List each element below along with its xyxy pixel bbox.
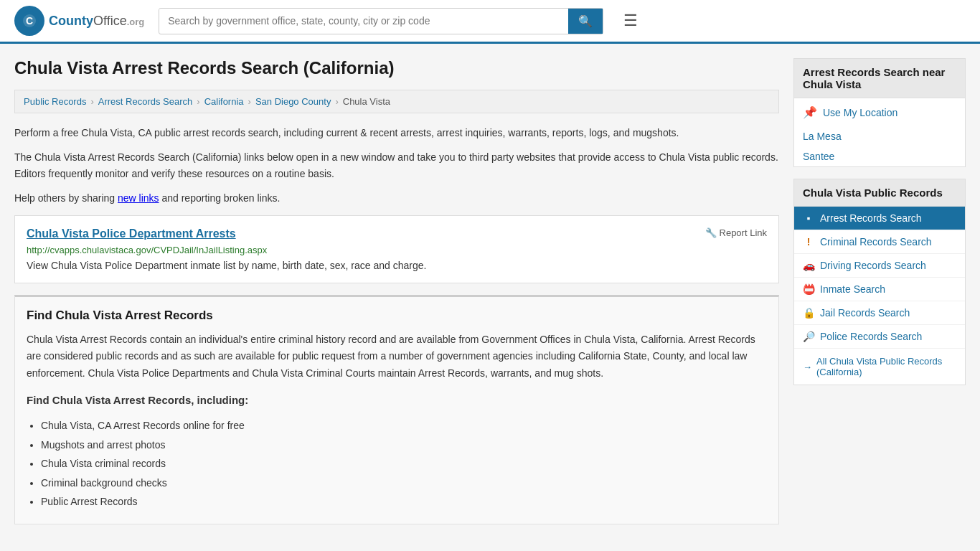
sidebar-icon-police: 🔎 <box>803 331 814 342</box>
page-title: Chula Vista Arrest Records Search (Calif… <box>14 58 779 78</box>
sidebar-all-records-link[interactable]: → All Chula Vista Public Records (Califo… <box>794 349 965 385</box>
sidebar-item-arrest-records[interactable]: ▪ Arrest Records Search <box>794 207 965 230</box>
site-logo[interactable]: C CountyOffice.org <box>14 6 144 36</box>
find-section-paragraph: Chula Vista Arrest Records contain an in… <box>27 331 767 382</box>
sidebar-item-inmate-search[interactable]: 📛 Inmate Search <box>794 278 965 301</box>
search-button[interactable]: 🔍 <box>568 9 603 34</box>
link-url[interactable]: http://cvapps.chulavistaca.gov/CVPDJail/… <box>27 245 767 255</box>
sidebar-link-arrest-records[interactable]: Arrest Records Search <box>820 212 922 224</box>
logo-icon: C <box>14 6 44 36</box>
find-section-title: Find Chula Vista Arrest Records <box>27 309 767 323</box>
wrench-icon: 🔧 <box>705 227 717 238</box>
search-bar: 🔍 <box>159 8 603 34</box>
breadcrumb-public-records[interactable]: Public Records <box>24 96 86 107</box>
sidebar-item-jail-records[interactable]: 🔒 Jail Records Search <box>794 301 965 325</box>
location-icon: 📌 <box>803 105 817 119</box>
list-item: Criminal background checks <box>41 475 767 491</box>
search-icon: 🔍 <box>578 15 593 27</box>
description-1: Perform a free Chula Vista, CA public ar… <box>14 125 779 141</box>
sidebar: Arrest Records Search near Chula Vista 📌… <box>793 58 966 536</box>
breadcrumb-arrest-records[interactable]: Arrest Records Search <box>98 96 193 107</box>
new-links-link[interactable]: new links <box>118 192 159 204</box>
breadcrumb-sep-1: › <box>90 96 93 107</box>
breadcrumb-current: Chula Vista <box>343 96 390 107</box>
use-location-item[interactable]: 📌 Use My Location <box>794 98 965 126</box>
breadcrumb-sep-2: › <box>197 96 199 107</box>
sidebar-item-driving-records[interactable]: 🚗 Driving Records Search <box>794 254 965 278</box>
logo-text: CountyOffice.org <box>49 14 144 29</box>
description-3: Help others by sharing new links and rep… <box>14 190 779 206</box>
sidebar-public-records-section: Chula Vista Public Records ▪ Arrest Reco… <box>793 179 966 385</box>
breadcrumb-san-diego[interactable]: San Diego County <box>255 96 331 107</box>
use-location-link[interactable]: Use My Location <box>823 107 897 118</box>
sidebar-icon-driving: 🚗 <box>803 260 814 271</box>
sidebar-link-police-records[interactable]: Police Records Search <box>820 331 922 342</box>
find-section-list: Chula Vista, CA Arrest Records online fo… <box>27 418 767 509</box>
arrow-icon: → <box>803 362 812 372</box>
breadcrumb-sep-4: › <box>335 96 338 107</box>
link-title[interactable]: Chula Vista Police Department Arrests <box>27 227 767 240</box>
main-container: Chula Vista Arrest Records Search (Calif… <box>0 44 980 550</box>
all-records-link[interactable]: → All Chula Vista Public Records (Califo… <box>803 356 956 377</box>
breadcrumb-sep-3: › <box>248 96 251 107</box>
breadcrumb-california[interactable]: California <box>204 96 244 107</box>
sidebar-icon-criminal: ! <box>803 236 814 248</box>
find-section: Find Chula Vista Arrest Records Chula Vi… <box>14 295 779 525</box>
menu-button[interactable]: ☰ <box>618 9 644 33</box>
svg-text:C: C <box>26 15 33 27</box>
description-2: The Chula Vista Arrest Records Search (C… <box>14 149 779 182</box>
main-content: Chula Vista Arrest Records Search (Calif… <box>14 58 779 536</box>
sidebar-link-criminal-records[interactable]: Criminal Records Search <box>820 236 932 248</box>
sidebar-link-jail-records[interactable]: Jail Records Search <box>820 307 910 319</box>
sidebar-nearby-section: Arrest Records Search near Chula Vista 📌… <box>793 58 966 167</box>
sidebar-icon-jail: 🔒 <box>803 307 814 319</box>
sidebar-public-records-title: Chula Vista Public Records <box>794 179 965 207</box>
link-listing-box: 🔧 Report Link Chula Vista Police Departm… <box>14 215 779 283</box>
list-item: Chula Vista, CA Arrest Records online fo… <box>41 418 767 433</box>
sidebar-nearby-title: Arrest Records Search near Chula Vista <box>794 59 965 98</box>
sidebar-link-inmate-search[interactable]: Inmate Search <box>820 283 885 295</box>
list-item: Public Arrest Records <box>41 494 767 509</box>
site-header: C CountyOffice.org 🔍 ☰ <box>0 0 980 44</box>
nearby-link-la-mesa[interactable]: La Mesa <box>794 126 965 146</box>
sidebar-icon-inmate: 📛 <box>803 283 814 295</box>
find-section-subtitle: Find Chula Vista Arrest Records, includi… <box>27 391 767 410</box>
list-item: Mugshots and arrest photos <box>41 437 767 453</box>
nearby-link-santee[interactable]: Santee <box>794 146 965 166</box>
sidebar-item-criminal-records[interactable]: ! Criminal Records Search <box>794 230 965 254</box>
sidebar-link-driving-records[interactable]: Driving Records Search <box>820 260 926 271</box>
report-link-button[interactable]: 🔧 Report Link <box>705 227 767 238</box>
link-description: View Chula Vista Police Department inmat… <box>27 260 767 271</box>
sidebar-icon-arrest: ▪ <box>803 212 814 224</box>
list-item: Chula Vista criminal records <box>41 456 767 471</box>
search-input[interactable] <box>159 9 568 32</box>
hamburger-icon: ☰ <box>623 11 638 29</box>
sidebar-item-police-records[interactable]: 🔎 Police Records Search <box>794 325 965 349</box>
breadcrumb: Public Records › Arrest Records Search ›… <box>14 90 779 113</box>
